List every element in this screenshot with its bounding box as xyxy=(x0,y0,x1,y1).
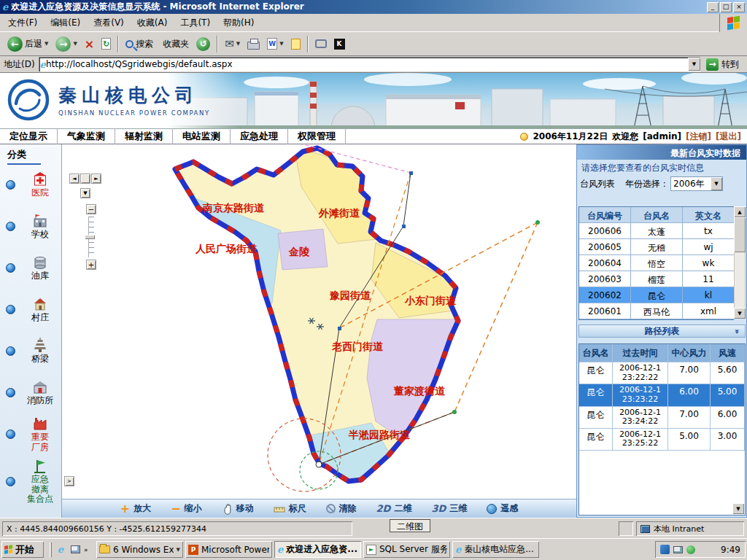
nav-plant[interactable]: 电站监测 xyxy=(173,128,231,144)
menu-file[interactable]: 文件(F) xyxy=(1,13,44,33)
sidebar-item-school[interactable]: 学校 xyxy=(0,206,61,247)
zoom-out-slider-button[interactable]: − xyxy=(86,204,96,214)
sidebar-item-oil-depot[interactable]: 油库 xyxy=(0,247,61,289)
mail-dropdown-icon[interactable]: ▼ xyxy=(236,41,240,47)
year-select[interactable]: 2006年 ▼ xyxy=(670,176,723,191)
notes-button[interactable] xyxy=(287,37,304,51)
menu-help[interactable]: 帮助(H) xyxy=(217,13,260,33)
plugin-button[interactable]: K xyxy=(330,37,349,51)
group-dropdown-icon[interactable]: ▼ xyxy=(177,547,180,553)
clear-button[interactable]: 清除 xyxy=(326,502,357,515)
sidebar-item-key-buildings[interactable]: 重要 厂房 xyxy=(0,413,61,455)
search-icon xyxy=(125,40,133,48)
map-canvas[interactable]: 南京东路街道 外滩街道 人民广场街道 金陵 豫园街道 小东门街道 老西门街道 董… xyxy=(62,144,576,499)
quick-launch-overflow-chevron[interactable]: » xyxy=(84,546,88,553)
ruler-label: 标尺 xyxy=(289,502,306,515)
minimize-button[interactable]: _ xyxy=(707,2,719,12)
view-2d-button[interactable]: 2D 二维 xyxy=(376,502,412,515)
exit-link[interactable]: [退出] xyxy=(716,131,741,143)
nav-weather[interactable]: 气象监测 xyxy=(58,128,115,144)
edit-with-word-button[interactable]: W ▼ xyxy=(263,36,287,51)
plant-photo xyxy=(167,73,747,128)
nav-permissions[interactable]: 权限管理 xyxy=(288,128,346,144)
scroll-down-icon[interactable]: ▼ xyxy=(734,308,746,319)
address-input[interactable]: e http://localhost/QSgridwebgis/default.… xyxy=(39,57,700,71)
nav-locate[interactable]: 定位显示 xyxy=(0,128,58,144)
favorites-button[interactable]: 收藏夹 xyxy=(157,36,193,52)
start-button[interactable]: 开始 xyxy=(1,541,44,558)
k-plugin-icon: K xyxy=(334,39,345,50)
map-toolbar: + 放大 − 缩小 移动 标尺 清除 2D 二维 xyxy=(62,499,576,518)
sidebar-item-fire-station[interactable]: 消防所 xyxy=(0,372,61,413)
globe-bullet-icon xyxy=(6,346,15,356)
close-button[interactable]: × xyxy=(733,2,745,12)
nav-emergency[interactable]: 应急处理 xyxy=(231,128,288,144)
print-button[interactable] xyxy=(244,37,263,51)
remote-sensing-button[interactable]: 遥感 xyxy=(487,502,518,515)
pan-left-button[interactable]: ◄ xyxy=(69,174,80,184)
maximize-button[interactable]: □ xyxy=(720,2,732,12)
address-dropdown-icon[interactable]: ▼ xyxy=(688,58,700,71)
go-button[interactable]: → 转到 xyxy=(705,58,743,71)
stop-button[interactable]: × xyxy=(81,36,98,52)
taskbar-button-qinshan-ie[interactable]: e 秦山核电站应急... xyxy=(452,541,539,558)
quick-launch-ie-icon[interactable]: e xyxy=(55,544,66,556)
collapse-chevron-icon[interactable]: » xyxy=(732,328,742,333)
map-home-button[interactable] xyxy=(80,174,90,184)
back-label: 后退 xyxy=(25,38,42,50)
ruler-button[interactable]: 标尺 xyxy=(274,502,306,515)
menu-tools[interactable]: 工具(T) xyxy=(174,13,217,33)
history-button[interactable]: ↺ xyxy=(193,36,214,52)
tray-network-icon[interactable] xyxy=(660,545,670,554)
taskbar-button-explorer-group[interactable]: 6 Windows Expl... ▼ xyxy=(96,541,183,558)
pan-down-button[interactable]: ▼ xyxy=(80,188,90,198)
title-bar[interactable]: e 欢迎进入应急资源及决策信息显示系统 - Microsoft Internet… xyxy=(0,0,747,14)
taskbar-button-current-ie[interactable]: e 欢迎进入应急资... xyxy=(274,541,361,558)
sidebar-expand-button[interactable]: > xyxy=(64,476,74,486)
taskbar-button-powerpoint[interactable]: P Microsoft PowerP... xyxy=(185,541,272,558)
refresh-button[interactable]: ↻ xyxy=(98,36,115,51)
back-dropdown-icon[interactable]: ▼ xyxy=(44,41,48,47)
word-dropdown-icon[interactable]: ▼ xyxy=(279,41,283,47)
sidebar-item-bridge[interactable]: 桥梁 xyxy=(0,330,61,372)
taskbar-button-sql-server[interactable]: ► SQL Server 服务... xyxy=(363,541,450,558)
toolbar-separator xyxy=(307,36,309,52)
sidebar-item-village[interactable]: 村庄 xyxy=(0,289,61,330)
sidebar-item-assembly-point[interactable]: 应急 撤离 集合点 xyxy=(0,455,61,508)
show-desktop-icon[interactable] xyxy=(69,544,81,556)
path-list-bar[interactable]: 路径列表 » xyxy=(578,324,746,338)
street-label: 外滩街道 xyxy=(318,207,360,219)
forward-button[interactable]: → ▼ xyxy=(52,35,80,53)
taskbar: 开始 e » 6 Windows Expl... ▼ P Microsoft P… xyxy=(0,538,747,560)
zone-label: 本地 Intranet xyxy=(654,524,704,534)
menu-favorites[interactable]: 收藏(A) xyxy=(131,13,174,33)
zoom-in-slider-button[interactable]: + xyxy=(86,260,96,270)
mail-button[interactable]: ✉ ▼ xyxy=(221,36,244,52)
scroll-up-icon[interactable]: ▲ xyxy=(734,206,746,217)
forward-dropdown-icon[interactable]: ▼ xyxy=(73,41,77,47)
back-button[interactable]: ← 后退 ▼ xyxy=(4,35,52,53)
year-select-dropdown-icon[interactable]: ▼ xyxy=(711,177,722,190)
address-url[interactable]: http://localhost/QSgridwebgis/default.as… xyxy=(46,59,688,69)
logout-link[interactable]: [注销] xyxy=(686,131,711,143)
menu-view[interactable]: 查看(V) xyxy=(87,13,131,33)
menu-edit[interactable]: 编辑(E) xyxy=(44,13,87,33)
view-3d-button[interactable]: 3D 三维 xyxy=(431,502,467,515)
clock[interactable]: 9:49 xyxy=(721,545,740,555)
discuss-button[interactable] xyxy=(311,38,330,50)
typhoon-table-scrollbar[interactable]: ▲ ▼ xyxy=(734,206,746,319)
nav-radiation[interactable]: 辐射监测 xyxy=(115,128,173,144)
pan-right-button[interactable]: ► xyxy=(91,174,101,184)
search-button[interactable]: 搜索 xyxy=(122,36,157,52)
scroll-down-icon[interactable]: ▼ xyxy=(732,503,744,514)
zoom-out-label: 缩小 xyxy=(185,502,202,515)
tray-display-icon[interactable] xyxy=(673,546,683,553)
scrollbar-thumb[interactable] xyxy=(734,217,746,252)
taskbar-grip[interactable] xyxy=(50,542,52,557)
pan-button[interactable]: 移动 xyxy=(222,502,254,515)
zoom-in-button[interactable]: + 放大 xyxy=(120,502,151,515)
zoom-slider-thumb[interactable] xyxy=(85,235,95,239)
sidebar-item-hospital[interactable]: 医院 xyxy=(0,164,61,206)
zoom-out-button[interactable]: − 缩小 xyxy=(171,502,201,515)
tray-antivirus-icon[interactable] xyxy=(686,545,695,554)
